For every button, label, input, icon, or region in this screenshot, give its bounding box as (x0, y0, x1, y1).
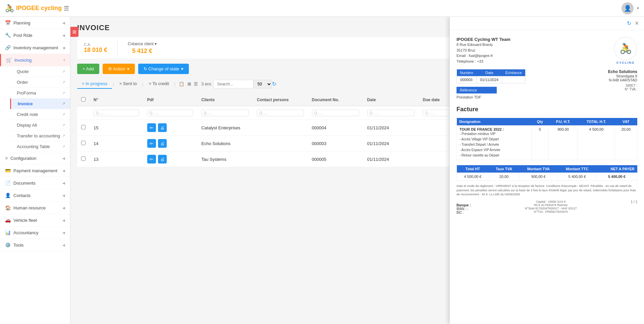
meta-numero-header: Numéro (457, 69, 477, 76)
col-date: Date (363, 94, 419, 106)
creance-stat[interactable]: Créance client ▾ 5 412 € (128, 42, 157, 55)
row-pdf-actions: ✏ 🖨 (143, 136, 197, 151)
search-date-input[interactable] (367, 110, 415, 116)
transfer-accounting-ext-icon: ↗ (62, 134, 65, 138)
sidebar-toggle-button[interactable]: ⊞ (70, 27, 78, 37)
filter-tab-sent-to[interactable]: > Sent to (115, 79, 142, 89)
sidebar-documents-label: Documents (13, 181, 36, 186)
search-contact-input[interactable] (257, 110, 304, 116)
row-checkbox[interactable] (81, 141, 86, 145)
col-vat: VAT (615, 118, 637, 126)
edit-icon[interactable]: ✏ (147, 139, 156, 148)
search-pdf-input[interactable] (147, 110, 193, 116)
row-checkbox-cell[interactable] (77, 120, 90, 136)
row-checkbox-cell[interactable] (77, 136, 90, 151)
view-toggle-icon[interactable]: ⊞ (187, 79, 192, 88)
print-icon[interactable]: 🖨 (158, 155, 167, 164)
sidebar-item-accountancy[interactable]: 📊 Accountancy ◀ (0, 226, 70, 239)
sidebar-sub-transfer-accounting[interactable]: Transfer to accounting ↗ (10, 131, 70, 141)
invoice-refresh-button[interactable]: ↻ (627, 20, 631, 26)
filter-tab-to-credit[interactable]: > To credit (144, 79, 173, 89)
row-checkbox-cell[interactable] (77, 151, 90, 167)
search-contact-cell[interactable] (253, 106, 308, 120)
human-resource-icon: 🏠 (5, 205, 11, 210)
sidebar-item-contacts[interactable]: 👤 Contacts ◀ (0, 189, 70, 202)
logo-icon: 🚴 (5, 4, 14, 13)
invoice-meta-section: Numéro Data Échéance 000003 01/11/2024 R… (457, 69, 637, 103)
invoice-close-button[interactable]: ✕ (635, 20, 639, 26)
search-clients-cell[interactable] (197, 106, 253, 120)
column-toggle-icon[interactable]: 📋 (176, 79, 187, 88)
print-icon[interactable]: 🖨 (158, 123, 167, 132)
invoice-footer-table: Total HT Taux TVA Montant TVA Montant TT… (457, 165, 637, 181)
search-number-input[interactable] (94, 110, 139, 116)
sidebar-item-inventory[interactable]: 🔗 Inventory management ◀ (0, 42, 70, 54)
footer-montant-tva: Montant TVA (519, 165, 558, 173)
sidebar-item-invoicing[interactable]: 🛒 Invoicing ▾ (0, 54, 70, 66)
sidebar-item-planning[interactable]: 📅 Planning ◀ (0, 17, 70, 29)
change-state-button[interactable]: ↻ Change of state ▾ (138, 64, 189, 74)
list-toggle-icon[interactable]: ☰ (192, 79, 200, 88)
inventory-icon: 🔗 (5, 45, 11, 50)
select-all-checkbox[interactable] (81, 97, 86, 102)
action-button[interactable]: ⚙ Action ▾ (103, 64, 135, 74)
sidebar-item-human-resource[interactable]: 🏠 Human resource ◀ (0, 202, 70, 214)
row-checkbox[interactable] (81, 156, 86, 161)
col-clients: Clients (197, 94, 253, 106)
display-all-ext-icon: ↗ (62, 123, 65, 127)
company-street: 8 Rue Edouard Branly (457, 42, 511, 48)
sidebar-item-tools[interactable]: ⚙️ Tools ◀ (0, 239, 70, 251)
sidebar-sub-accounting-table[interactable]: Accounting Table ↗ (10, 141, 70, 152)
search-docno-cell[interactable] (308, 106, 363, 120)
user-dropdown-arrow[interactable]: ▾ (637, 6, 639, 10)
sidebar-item-vehicle-fleet[interactable]: 🚗 Vehicle fleet ◀ (0, 214, 70, 226)
col-total-ht: TOTAL H.T. (578, 118, 615, 126)
col-select (77, 94, 90, 106)
search-input[interactable] (213, 80, 254, 88)
sidebar-item-payment[interactable]: 💳 Payment management ◀ (0, 165, 70, 177)
hamburger-button[interactable]: ☰ (64, 5, 69, 12)
credit-note-ext-icon: ↗ (62, 112, 65, 117)
per-page-select[interactable]: 50 25 100 (254, 80, 272, 88)
edit-icon[interactable]: ✏ (147, 123, 156, 132)
filter-tab-in-progress[interactable]: > In progress (77, 79, 112, 89)
add-button[interactable]: + Add (77, 64, 99, 74)
invoice-logo-area: 🚴 CYCLING (614, 37, 637, 64)
row-date: 01/11/2024 (363, 136, 419, 151)
sidebar-item-post-ride[interactable]: 🔧 Post Ride ◀ (0, 29, 70, 42)
bank-label: Banque : (457, 203, 471, 207)
edit-icon[interactable]: ✏ (147, 155, 156, 164)
invoice-company-name: IPOGEE Cycling WT Team (457, 37, 511, 42)
company-phone: Téléphone : +33 (457, 59, 511, 64)
invoice-bank-details: Banque : IBAN : - BIC : (457, 203, 471, 214)
invoice-meta-table: Numéro Data Échéance 000003 01/11/2024 (457, 69, 525, 83)
user-avatar[interactable]: 👤 (622, 2, 634, 14)
sidebar-sub-proforma[interactable]: ProForma ↗ (10, 88, 70, 99)
sidebar-sub-quote[interactable]: Quote ↗ (10, 66, 70, 77)
quote-ext-icon: ↗ (62, 69, 65, 74)
row-checkbox[interactable] (81, 125, 86, 129)
sidebar-sub-credit-note[interactable]: Credit note ↗ (10, 109, 70, 120)
order-label: Order (17, 80, 28, 85)
client-info-box: Echo Solutions Strandgata 9 N-948 HARSTA… (608, 69, 637, 91)
accountancy-icon: 📊 (5, 230, 11, 235)
search-date-cell[interactable] (363, 106, 419, 120)
row-client: Tau Systems (197, 151, 253, 167)
search-clients-input[interactable] (201, 110, 249, 116)
capital-text: Capital : 10000 SAS € (525, 200, 577, 203)
search-select-cell (77, 106, 90, 120)
sidebar-item-configuration[interactable]: ≡ Configuration ◀ (0, 152, 70, 165)
payment-icon: 💳 (5, 168, 11, 173)
sidebar-sub-invoice[interactable]: Invoice ↗ (10, 99, 70, 109)
sidebar-sub-display-all[interactable]: Display All ↗ (10, 120, 70, 131)
search-docno-input[interactable] (312, 110, 359, 116)
invoice-label: Invoice (18, 101, 33, 106)
search-pdf-cell[interactable] (143, 106, 197, 120)
print-icon[interactable]: 🖨 (158, 139, 167, 148)
row-client: Catalyst Enterprises (197, 120, 253, 136)
invoice-company-info: IPOGEE Cycling WT Team 8 Rue Edouard Bra… (457, 37, 511, 64)
sidebar-sub-order[interactable]: Order ↗ (10, 77, 70, 88)
sidebar-item-documents[interactable]: 📄 Documents ◀ (0, 177, 70, 189)
search-number-cell[interactable] (90, 106, 143, 120)
refresh-button[interactable]: ↻ (272, 81, 276, 87)
